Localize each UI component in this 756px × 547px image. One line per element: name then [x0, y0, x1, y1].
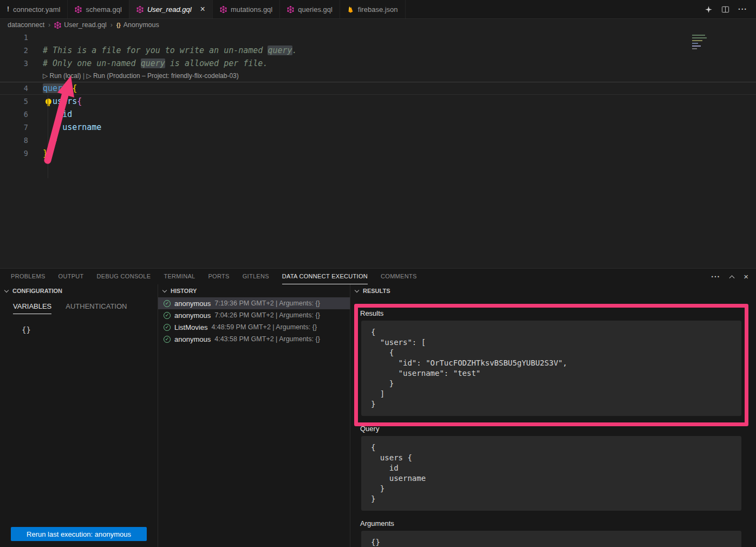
history-item[interactable]: ✓anonymous7:19:36 PM GMT+2 | Arguments: … — [158, 297, 350, 309]
results-content: Results { "users": [ { "id": "OrTucFODZH… — [350, 297, 756, 547]
line-number: 9 — [0, 147, 34, 160]
line-number: 2 — [0, 44, 34, 57]
rerun-button[interactable]: Rerun last execution: anonymous — [11, 527, 147, 541]
history-header[interactable]: HISTORY — [158, 284, 350, 297]
configuration-section: CONFIGURATION VARIABLESAUTHENTICATION {}… — [0, 284, 158, 547]
panel-tab-problems[interactable]: PROBLEMS — [11, 269, 45, 284]
tab-user-read-gql[interactable]: User_read.gql× — [129, 0, 213, 18]
code-text: query { — [34, 82, 77, 95]
code-text: } — [34, 134, 57, 147]
tab-label: firebase.json — [358, 5, 398, 14]
breadcrumb-separator: › — [110, 21, 113, 29]
code-line: 7 username — [0, 121, 756, 134]
code-text: # Only one un-named query is allowed per… — [34, 57, 268, 70]
split-editor-icon[interactable] — [721, 5, 729, 14]
arguments-label: Arguments — [360, 519, 742, 528]
history-list: ✓anonymous7:19:36 PM GMT+2 | Arguments: … — [158, 297, 350, 345]
variables-value[interactable]: {} — [0, 314, 158, 334]
line-number: 6 — [0, 108, 34, 121]
history-name: anonymous — [174, 335, 211, 343]
tab-firebase-json[interactable]: firebase.json — [340, 0, 406, 18]
history-item[interactable]: ✓anonymous7:04:26 PM GMT+2 | Arguments: … — [158, 309, 350, 321]
code-line: 8 } — [0, 134, 756, 147]
results-json: { "users": [ { "id": "OrTucFODZHTksvBSBU… — [361, 321, 741, 416]
editor-actions: ··· — [705, 0, 756, 18]
panel-tab-comments[interactable]: COMMENTS — [381, 269, 417, 284]
graphql-icon — [220, 6, 227, 13]
history-title: HISTORY — [171, 288, 197, 294]
check-circle-icon: ✓ — [164, 300, 171, 307]
line-number: 4 — [0, 82, 34, 95]
code-text: users{ — [34, 95, 82, 108]
code-text: } — [34, 147, 48, 160]
breadcrumb-label: Anonymous — [123, 21, 159, 29]
more-actions-icon[interactable]: ··· — [738, 5, 747, 14]
panel-more-icon[interactable]: ··· — [711, 272, 720, 281]
editor-lines: 12# This is a file for you to write an u… — [0, 31, 756, 160]
tab-label: schema.gql — [86, 5, 121, 14]
copilot-sparkle-icon[interactable] — [705, 5, 713, 14]
line-number: 5 — [0, 95, 34, 108]
tab-schema-gql[interactable]: schema.gql — [68, 0, 129, 18]
results-section: RESULTS Results { "users": [ { "id": "Or… — [350, 284, 756, 547]
tab-mutations-gql[interactable]: mutations.gql — [213, 0, 280, 18]
config-tab-authentication[interactable]: AUTHENTICATION — [66, 302, 127, 314]
codelens-separator: | — [81, 72, 87, 80]
bottom-panel: PROBLEMSOUTPUTDEBUG CONSOLETERMINALPORTS… — [0, 268, 756, 547]
history-meta: 4:43:58 PM GMT+2 | Arguments: {} — [214, 335, 320, 343]
results-label: Results — [360, 309, 742, 317]
breadcrumb: dataconnect›User_read.gql›{}Anonymous — [0, 19, 756, 31]
breadcrumb-separator: › — [48, 21, 50, 29]
panel-tab-data-connect-execution[interactable]: DATA CONNECT EXECUTION — [282, 269, 368, 284]
close-icon[interactable]: × — [200, 5, 205, 14]
panel-tab-gitlens[interactable]: GITLENS — [243, 269, 269, 284]
history-meta: 4:48:59 PM GMT+2 | Arguments: {} — [211, 323, 317, 331]
code-text — [34, 31, 43, 44]
chevron-down-icon — [355, 288, 359, 292]
minimap[interactable] — [692, 33, 711, 56]
history-name: anonymous — [174, 311, 211, 320]
breadcrumb-label: dataconnect — [8, 21, 44, 29]
symbol-icon: {} — [116, 22, 121, 28]
panel-tab-output[interactable]: OUTPUT — [58, 269, 84, 284]
breadcrumb-item-anonymous[interactable]: {}Anonymous — [116, 21, 159, 29]
indent-guide — [48, 95, 48, 178]
maximize-panel-icon[interactable] — [730, 275, 734, 278]
tab-connector-yaml[interactable]: !connector.yaml — [0, 0, 68, 18]
code-line: 2# This is a file for you to write an un… — [0, 44, 756, 57]
history-name: ListMovies — [174, 323, 207, 331]
code-text: # This is a file for you to write an un-… — [34, 44, 297, 57]
breadcrumb-item-user-read-gql[interactable]: User_read.gql — [54, 21, 107, 29]
graphql-icon — [136, 6, 144, 13]
history-item[interactable]: ✓ListMovies4:48:59 PM GMT+2 | Arguments:… — [158, 321, 350, 333]
configuration-header[interactable]: CONFIGURATION — [0, 284, 158, 297]
tab-label: mutations.gql — [231, 5, 272, 14]
vscode-window: !connector.yamlschema.gqlUser_read.gql×m… — [0, 0, 756, 547]
results-header[interactable]: RESULTS — [350, 284, 756, 297]
panel-tab-terminal[interactable]: TERMINAL — [164, 269, 195, 284]
editor-tab-bar: !connector.yamlschema.gqlUser_read.gql×m… — [0, 0, 756, 19]
breadcrumb-item-dataconnect[interactable]: dataconnect — [8, 21, 44, 29]
run-local-link[interactable]: ▷ Run (local) — [43, 72, 81, 80]
lightbulb-icon[interactable] — [45, 99, 51, 105]
close-panel-icon[interactable]: × — [744, 272, 748, 281]
panel-tab-debug-console[interactable]: DEBUG CONSOLE — [97, 269, 151, 284]
panel-tab-ports[interactable]: PORTS — [208, 269, 229, 284]
check-circle-icon: ✓ — [164, 336, 171, 343]
config-tab-variables[interactable]: VARIABLES — [13, 302, 51, 314]
chevron-down-icon — [4, 288, 9, 292]
line-number: 1 — [0, 31, 34, 44]
configuration-title: CONFIGURATION — [12, 288, 62, 294]
breadcrumb-label: User_read.gql — [64, 21, 107, 29]
editor-tabs: !connector.yamlschema.gqlUser_read.gql×m… — [0, 0, 406, 18]
codelens-row: ▷ Run (local) | ▷ Run (Production – Proj… — [0, 70, 756, 82]
run-production-link[interactable]: ▷ Run (Production – Project: friendly-fl… — [86, 72, 238, 80]
query-label: Query — [360, 425, 742, 433]
tab-queries-gql[interactable]: queries.gql — [280, 0, 340, 18]
history-item[interactable]: ✓anonymous4:43:58 PM GMT+2 | Arguments: … — [158, 333, 350, 345]
tab-label: connector.yaml — [13, 5, 60, 14]
code-editor[interactable]: 12# This is a file for you to write an u… — [0, 31, 756, 268]
history-meta: 7:19:36 PM GMT+2 | Arguments: {} — [214, 299, 320, 307]
code-line: 6 id — [0, 108, 756, 121]
line-number — [0, 70, 34, 82]
